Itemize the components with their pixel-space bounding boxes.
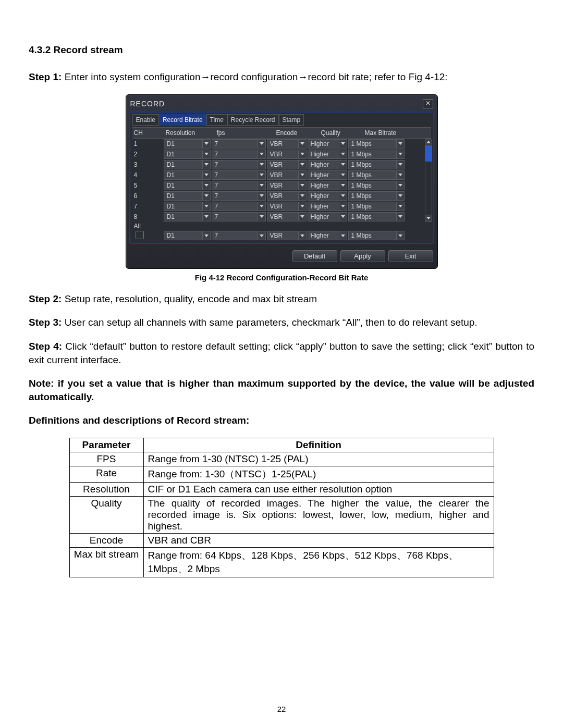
apply-button[interactable]: Apply <box>340 250 385 262</box>
maxbitrate-select[interactable]: 1 Mbps <box>348 160 405 169</box>
step-2-text: Setup rate, resolution, quality, encode … <box>62 293 317 304</box>
default-button[interactable]: Default <box>292 250 337 262</box>
table-header: CH Resolution fps Encode Quality Max Bit… <box>132 127 431 139</box>
param-cell: Quality <box>69 497 143 534</box>
resolution-select[interactable]: D1 <box>164 170 211 180</box>
maxbitrate-select[interactable]: 1 Mbps <box>348 202 405 211</box>
encode-select[interactable]: VBR <box>267 150 307 159</box>
fps-select[interactable]: 7 <box>212 139 266 149</box>
tab-time[interactable]: Time <box>206 114 227 126</box>
chevron-down-icon <box>339 140 347 148</box>
step-3-label: Step 3: <box>29 317 62 328</box>
definition-cell: VBR and CBR <box>143 534 494 548</box>
encode-select[interactable]: VBR <box>267 191 307 201</box>
chevron-down-icon <box>258 202 265 211</box>
tab-enable[interactable]: Enable <box>132 114 159 126</box>
section-heading: 4.3.2 Record stream <box>29 44 534 56</box>
chevron-down-icon <box>339 213 347 221</box>
all-resolution-select[interactable]: D1 <box>164 231 211 240</box>
tab-stamp[interactable]: Stamp <box>279 114 304 126</box>
fps-select[interactable]: 7 <box>212 181 266 190</box>
quality-select[interactable]: Higher <box>308 212 347 221</box>
scroll-up-icon[interactable] <box>425 139 432 146</box>
all-fps-select[interactable]: 7 <box>212 231 266 240</box>
fps-select[interactable]: 7 <box>212 191 266 201</box>
quality-select[interactable]: Higher <box>308 202 347 211</box>
resolution-select[interactable]: D1 <box>164 212 211 221</box>
all-label: All <box>132 223 163 230</box>
exit-button[interactable]: Exit <box>388 250 433 262</box>
maxbitrate-select[interactable]: 1 Mbps <box>348 181 405 190</box>
chevron-down-icon <box>396 213 404 221</box>
chevron-down-icon <box>339 181 347 190</box>
fps-select[interactable]: 7 <box>212 160 266 169</box>
maxbitrate-select[interactable]: 1 Mbps <box>348 191 405 201</box>
channel-label: 6 <box>132 192 163 200</box>
chevron-down-icon <box>396 231 404 240</box>
resolution-select[interactable]: D1 <box>164 202 211 211</box>
quality-select[interactable]: Higher <box>308 191 347 201</box>
maxbitrate-select[interactable]: 1 Mbps <box>348 150 405 159</box>
quality-select[interactable]: Higher <box>308 170 347 180</box>
step-1-text: Enter into system configuration→record c… <box>62 71 447 82</box>
quality-select[interactable]: Higher <box>308 160 347 169</box>
maxbitrate-select[interactable]: 1 Mbps <box>348 212 405 221</box>
step-3-text: User can setup all channels with same pa… <box>62 317 477 328</box>
maxbitrate-select[interactable]: 1 Mbps <box>348 170 405 180</box>
tab-recycle-record[interactable]: Recycle Record <box>227 114 279 126</box>
encode-select[interactable]: VBR <box>267 160 307 169</box>
resolution-select[interactable]: D1 <box>164 139 211 149</box>
scrollbar[interactable] <box>425 139 432 222</box>
tab-record-bitrate[interactable]: Record Bitrate <box>159 114 206 126</box>
encode-select[interactable]: VBR <box>267 202 307 211</box>
maxbitrate-select[interactable]: 1 Mbps <box>348 139 405 149</box>
dvr-title: RECORD <box>130 100 423 108</box>
step-1: Step 1: Enter into system configuration→… <box>29 70 534 84</box>
col-ch: CH <box>132 128 164 138</box>
resolution-select[interactable]: D1 <box>164 160 211 169</box>
param-cell: Encode <box>69 534 143 548</box>
step-2: Step 2: Setup rate, resolution, quality,… <box>29 292 534 306</box>
quality-select[interactable]: Higher <box>308 150 347 159</box>
chevron-down-icon <box>396 171 404 179</box>
definitions-heading: Definitions and descriptions of Record s… <box>29 414 534 427</box>
col-res: Resolution <box>164 128 215 138</box>
quality-select[interactable]: Higher <box>308 181 347 190</box>
channel-label: 2 <box>132 151 163 158</box>
chevron-down-icon <box>258 181 265 190</box>
chevron-down-icon <box>298 181 306 190</box>
fps-select[interactable]: 7 <box>212 170 266 180</box>
encode-select[interactable]: VBR <box>267 181 307 190</box>
scroll-thumb[interactable] <box>425 146 432 162</box>
step-4-text: Click “default” button to restore defaul… <box>29 341 534 365</box>
encode-select[interactable]: VBR <box>267 212 307 221</box>
chevron-down-icon <box>258 161 265 169</box>
channel-label: 1 <box>132 140 163 147</box>
chevron-down-icon <box>298 231 306 240</box>
encode-select[interactable]: VBR <box>267 139 307 149</box>
chevron-down-icon <box>339 161 347 169</box>
all-maxbitrate-select[interactable]: 1 Mbps <box>348 231 405 240</box>
all-encode-select[interactable]: VBR <box>267 231 307 240</box>
fps-select[interactable]: 7 <box>212 202 266 211</box>
quality-select[interactable]: Higher <box>308 139 347 149</box>
all-quality-select[interactable]: Higher <box>308 231 347 240</box>
chevron-down-icon <box>339 171 347 179</box>
table-row: 3D17VBRHigher1 Mbps <box>132 159 425 170</box>
table-row: 1D17VBRHigher1 Mbps <box>132 139 425 149</box>
close-icon[interactable]: ✕ <box>423 99 433 108</box>
channel-label: 8 <box>132 213 163 220</box>
all-checkbox[interactable] <box>136 231 144 239</box>
scroll-down-icon[interactable] <box>425 215 432 221</box>
resolution-select[interactable]: D1 <box>164 181 211 190</box>
fps-select[interactable]: 7 <box>212 212 266 221</box>
chevron-down-icon <box>339 192 347 200</box>
col-definition: Definition <box>143 438 494 452</box>
fps-select[interactable]: 7 <box>212 150 266 159</box>
table-row: 4D17VBRHigher1 Mbps <box>132 170 425 180</box>
col-enc: Encode <box>275 128 320 138</box>
table-row: 7D17VBRHigher1 Mbps <box>132 201 425 212</box>
resolution-select[interactable]: D1 <box>164 191 211 201</box>
resolution-select[interactable]: D1 <box>164 150 211 159</box>
encode-select[interactable]: VBR <box>267 170 307 180</box>
